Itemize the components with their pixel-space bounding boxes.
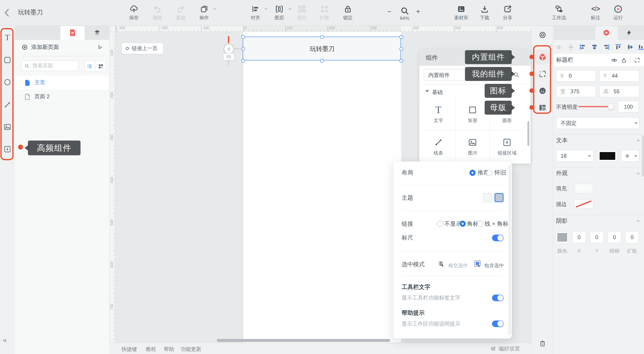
run-button[interactable]: 运行 — [606, 5, 630, 23]
selection-handle[interactable] — [399, 35, 403, 39]
align-middle-horizontal-icon[interactable] — [627, 44, 634, 51]
align-bottom-icon[interactable] — [638, 44, 644, 51]
shadow-x-field[interactable]: 0 — [572, 231, 586, 243]
toolbar-text-toggle[interactable] — [492, 294, 504, 301]
radio-layout-recommended[interactable] — [470, 170, 476, 176]
preferences-button[interactable]: 偏好设置 — [490, 345, 520, 353]
align-left-icon[interactable] — [579, 44, 586, 51]
shadow-spread-field[interactable]: 0 — [625, 231, 639, 243]
trash-button[interactable] — [539, 340, 546, 347]
operation-button[interactable]: 操作 — [192, 5, 216, 23]
add-page-button[interactable]: 添加新页面 — [21, 43, 59, 51]
asset-library-button[interactable]: 素材库 — [450, 5, 473, 23]
section-label[interactable]: 基础 — [432, 89, 443, 96]
list-view-button[interactable] — [84, 61, 95, 72]
components-scrollbar[interactable] — [528, 121, 530, 146]
zoom-search-button[interactable] — [400, 6, 410, 16]
annotate-button[interactable]: </> 标注 — [584, 5, 607, 23]
layer-button[interactable]: 图层 — [268, 5, 291, 23]
target-button[interactable] — [538, 31, 546, 39]
device-page[interactable] — [243, 32, 401, 343]
page-search-input[interactable] — [32, 62, 74, 69]
theme-gray-swatch-selected[interactable] — [494, 193, 504, 202]
collapse-chevron-icon[interactable] — [636, 171, 640, 175]
selection-handle[interactable] — [399, 59, 403, 63]
tutorial-link[interactable]: 教程 — [146, 346, 156, 353]
link-option-label[interactable]: 不显示 — [444, 220, 462, 228]
zoom-out-button[interactable]: − — [387, 8, 391, 16]
grid-view-button[interactable] — [95, 61, 106, 72]
collapse-sidebar-button[interactable]: « — [3, 336, 6, 344]
x-field[interactable]: X0 — [556, 70, 596, 82]
component-hotspot[interactable]: 链接区域 — [490, 131, 524, 163]
help-tips-toggle[interactable] — [492, 320, 504, 327]
shadow-blur-field[interactable]: 0 — [608, 231, 621, 243]
shortcut-link[interactable]: 快捷键 — [122, 346, 137, 353]
canvas-horizontal-scrollbar[interactable] — [217, 339, 390, 342]
align-button[interactable]: 对齐 — [244, 5, 267, 23]
selection-handle[interactable] — [241, 35, 245, 39]
font-size-select[interactable]: 18 — [556, 150, 594, 162]
shadow-color-swatch[interactable] — [556, 231, 569, 243]
lock-button[interactable]: 锁定 — [336, 5, 360, 23]
component-image[interactable]: 图片 — [456, 131, 490, 163]
opacity-value-field[interactable]: 100 — [618, 101, 639, 113]
font-color-swatch[interactable] — [598, 150, 617, 162]
lock-open-icon[interactable] — [621, 57, 627, 63]
collapse-chevron-icon[interactable] — [636, 138, 640, 142]
eye-icon[interactable] — [611, 57, 618, 64]
component-line[interactable]: 线条 — [421, 131, 455, 163]
link-option-label[interactable]: 角标 — [467, 220, 478, 228]
radio-layout-classic[interactable] — [486, 170, 492, 176]
intersect-select-icon[interactable] — [438, 260, 446, 268]
align-top-icon[interactable] — [615, 44, 622, 51]
layout-option-label[interactable]: 怀旧 — [494, 169, 506, 177]
selection-handle[interactable] — [399, 47, 403, 51]
selection-handle[interactable] — [320, 59, 324, 63]
collapse-chevron-icon[interactable] — [636, 219, 640, 223]
align-center-vertical-icon[interactable] — [591, 44, 598, 51]
component-text[interactable]: T 文字 — [421, 98, 455, 130]
tab-interaction[interactable] — [618, 26, 640, 40]
link-previous-page-button[interactable]: 链接上一页 — [122, 43, 164, 54]
radio-link-line-badge[interactable] — [477, 221, 483, 227]
height-field[interactable]: 高55 — [599, 86, 639, 97]
width-field[interactable]: 宽375 — [556, 86, 596, 97]
tab-layers[interactable] — [84, 26, 109, 40]
zoom-level[interactable]: 94% — [394, 16, 415, 21]
opacity-slider-knob[interactable] — [608, 104, 614, 110]
ruler-toggle[interactable] — [492, 235, 504, 241]
pin-select[interactable]: 不固定 — [556, 117, 640, 129]
selection-handle[interactable] — [241, 59, 245, 63]
selection-handle[interactable] — [320, 35, 324, 39]
radio-link-badge[interactable] — [460, 221, 466, 227]
stroke-swatch-none[interactable] — [574, 199, 593, 209]
workflow-button[interactable]: 工作流 — [548, 5, 571, 23]
page-item-home[interactable]: 主页 — [15, 76, 109, 90]
contain-select-option[interactable]: 包含选中 — [484, 262, 504, 269]
theme-light-swatch[interactable] — [483, 193, 492, 202]
back-button[interactable] — [3, 8, 11, 17]
page-item-2[interactable]: 页面 2 — [15, 90, 109, 103]
updates-link[interactable]: 功能更新 — [181, 346, 201, 353]
properties-scrollbar[interactable] — [642, 136, 644, 177]
zoom-in-button[interactable]: + — [416, 8, 420, 16]
y-field[interactable]: Y44 — [599, 70, 639, 82]
contain-select-icon[interactable] — [474, 260, 482, 268]
section-collapse-triangle[interactable] — [425, 90, 429, 95]
align-right-icon[interactable] — [603, 44, 610, 51]
radio-link-hidden[interactable] — [437, 221, 443, 227]
shadow-y-field[interactable]: 0 — [590, 231, 604, 243]
sort-pages-button[interactable] — [97, 44, 103, 50]
help-link[interactable]: 帮助 — [164, 346, 174, 353]
drag-handle-tag[interactable] — [223, 53, 234, 60]
make-component-icon[interactable] — [634, 57, 640, 63]
interaction-node[interactable] — [223, 44, 234, 54]
link-option-label[interactable]: 线 + 角标 — [484, 220, 508, 228]
tab-style[interactable] — [595, 26, 618, 40]
share-button[interactable]: 分享 — [496, 5, 519, 23]
popover-scrollbar[interactable] — [508, 165, 511, 335]
download-button[interactable]: 下载 — [473, 5, 496, 23]
save-button[interactable]: 保存 — [122, 5, 146, 23]
intersect-select-option[interactable]: 相交选中 — [448, 262, 468, 269]
